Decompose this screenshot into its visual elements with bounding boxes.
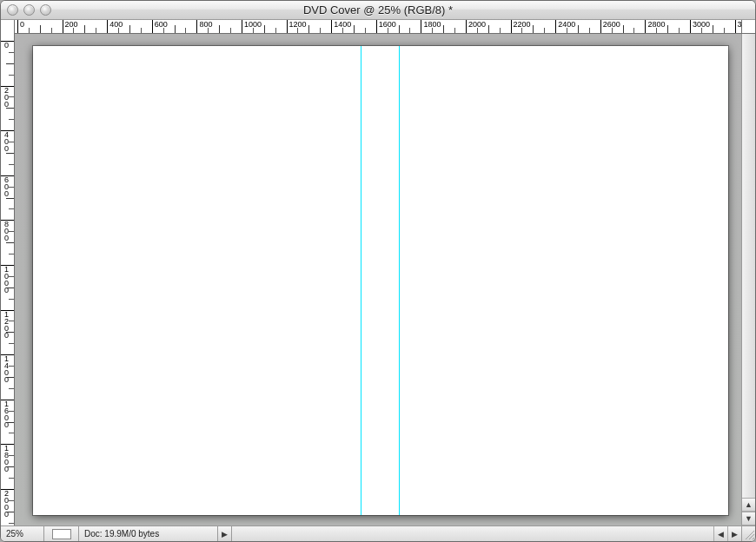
titlebar[interactable]: DVD Cover @ 25% (RGB/8) *: [1, 1, 755, 20]
zoom-button[interactable]: [40, 4, 51, 16]
ruler-tick: 1400: [1, 354, 15, 383]
status-bar: 25% Doc: 19.9M/0 bytes ▶ ◀ ▶: [1, 525, 755, 541]
ruler-tick: 2400: [555, 20, 575, 33]
ruler-tick: 2200: [511, 20, 531, 33]
window-resize-grip[interactable]: [741, 526, 755, 541]
ruler-tick: 600: [152, 20, 168, 33]
horizontal-scrollbar[interactable]: ◀ ▶: [232, 526, 741, 541]
window-title: DVD Cover @ 25% (RGB/8) *: [303, 3, 453, 17]
document-info[interactable]: Doc: 19.9M/0 bytes: [79, 526, 218, 541]
ruler-tick: 1400: [331, 20, 351, 33]
ruler-tick: 1800: [421, 20, 441, 33]
ruler-origin-corner[interactable]: [1, 20, 15, 34]
window-controls: [7, 4, 51, 16]
ruler-tick: 1000: [1, 265, 15, 294]
minimize-button[interactable]: [23, 4, 35, 16]
document-window: DVD Cover @ 25% (RGB/8) * 02004006008001…: [0, 0, 756, 542]
guide-line[interactable]: [399, 46, 400, 515]
document-area: 0200400600800100012001400160018002000 ▲ …: [1, 34, 755, 525]
ruler-tick: 2000: [466, 20, 486, 33]
ruler-tick: 3000: [690, 20, 710, 33]
document-preview-icon: [52, 529, 71, 539]
close-button[interactable]: [7, 4, 18, 16]
scroll-left-icon[interactable]: ◀: [713, 526, 727, 541]
ruler-tick: 1200: [1, 310, 15, 339]
scroll-up-icon[interactable]: ▲: [742, 498, 755, 512]
vertical-ruler[interactable]: 0200400600800100012001400160018002000: [1, 34, 15, 525]
ruler-tick: 400: [107, 20, 123, 33]
zoom-field[interactable]: 25%: [1, 526, 44, 541]
ruler-tick: 0: [1, 41, 15, 49]
scroll-down-icon[interactable]: ▼: [742, 512, 755, 525]
ruler-tick: 1600: [376, 20, 396, 33]
vertical-scrollbar[interactable]: ▲ ▼: [741, 34, 755, 525]
ruler-tick: 1200: [287, 20, 307, 33]
horizontal-ruler[interactable]: 0200400600800100012001400160018002000220…: [15, 20, 741, 33]
status-menu-arrow-icon[interactable]: ▶: [218, 526, 232, 541]
ruler-top-end: [741, 20, 755, 33]
ruler-tick: 800: [196, 20, 212, 33]
ruler-tick: 200: [63, 20, 78, 33]
ruler-tick: 3200: [735, 20, 741, 33]
document-canvas[interactable]: [33, 46, 728, 515]
guide-line[interactable]: [361, 46, 361, 515]
canvas-viewport[interactable]: [15, 34, 741, 525]
ruler-top-row: 0200400600800100012001400160018002000220…: [1, 20, 755, 34]
ruler-tick: 1600: [1, 400, 15, 428]
ruler-tick: 2000: [1, 489, 15, 518]
ruler-tick: 2600: [600, 20, 620, 33]
ruler-tick: 2800: [645, 20, 665, 33]
document-preview-button[interactable]: [44, 526, 79, 541]
ruler-tick: 0: [17, 20, 24, 33]
ruler-tick: 1800: [1, 444, 15, 473]
svg-line-2: [753, 538, 754, 539]
ruler-tick: 1000: [242, 20, 262, 33]
scroll-right-icon[interactable]: ▶: [727, 526, 741, 541]
